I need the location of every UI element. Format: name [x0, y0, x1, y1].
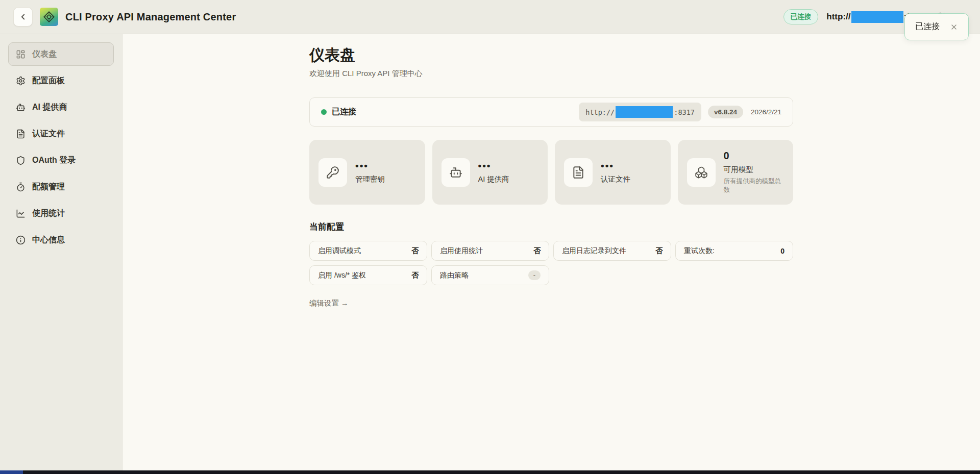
stat-card-auth-files[interactable]: ••• 认证文件 — [555, 140, 671, 205]
config-item-debug-mode: 启用调试模式 否 — [309, 241, 427, 261]
page-subtitle: 欢迎使用 CLI Proxy API 管理中心 — [309, 69, 793, 79]
bot-icon — [16, 103, 26, 112]
config-item-ws-auth: 启用 /ws/* 鉴权 否 — [309, 265, 427, 285]
chevron-left-icon — [18, 12, 28, 21]
url-prefix: http:// — [585, 108, 615, 116]
config-label: 启用 /ws/* 鉴权 — [318, 271, 366, 280]
dashboard-icon — [16, 49, 26, 59]
close-icon — [950, 23, 958, 31]
connection-status-text: 已连接 — [332, 107, 356, 117]
page-title: 仪表盘 — [309, 46, 793, 64]
sidebar-item-usage-stats[interactable]: 使用统计 — [8, 202, 114, 225]
toast-text: 已连接 — [915, 21, 940, 32]
stat-label: 可用模型 — [724, 165, 785, 174]
sidebar-item-label: 认证文件 — [32, 129, 65, 139]
config-value-pill: - — [528, 270, 541, 280]
sidebar-item-label: AI 提供商 — [32, 102, 67, 113]
connection-url-chip: http://:8317 — [579, 103, 701, 121]
stat-card-available-models[interactable]: 0 可用模型 所有提供商的模型总数 — [678, 140, 794, 205]
app-header: CLI Proxy API Management Center 已连接 http… — [0, 0, 980, 34]
back-button[interactable] — [13, 7, 33, 27]
sidebar-item-label: 中心信息 — [32, 235, 65, 245]
sidebar-item-label: 配置面板 — [32, 76, 65, 86]
config-item-routing-strategy: 路由策略 - — [431, 265, 549, 285]
stat-cards: ••• 管理密钥 ••• AI 提供商 ••• 认证文件 — [309, 140, 793, 205]
stat-value: ••• — [601, 160, 630, 171]
sidebar-item-dashboard[interactable]: 仪表盘 — [8, 42, 114, 66]
edit-settings-link[interactable]: 编辑设置 → — [309, 298, 349, 308]
connection-status-card: 已连接 http://:8317 v6.8.24 2026/2/21 — [309, 97, 793, 127]
build-date: 2026/2/21 — [751, 108, 781, 116]
url-port: :8317 — [674, 108, 695, 116]
stat-value: 0 — [724, 150, 785, 162]
file-text-icon — [564, 158, 593, 187]
timer-icon — [16, 182, 26, 192]
sidebar-item-config-panel[interactable]: 配置面板 — [8, 69, 114, 92]
config-item-log-to-file: 启用日志记录到文件 否 — [553, 241, 671, 261]
config-label: 启用日志记录到文件 — [562, 246, 626, 256]
stat-value: ••• — [478, 160, 509, 171]
config-value: 否 — [533, 246, 541, 256]
config-item-retry-count: 重试次数: 0 — [675, 241, 793, 261]
sidebar-item-quota[interactable]: 配额管理 — [8, 175, 114, 198]
sidebar-item-center-info[interactable]: 中心信息 — [8, 228, 114, 252]
stat-value: ••• — [355, 160, 385, 171]
sidebar-item-auth-files[interactable]: 认证文件 — [8, 122, 114, 145]
config-value: 否 — [655, 246, 663, 256]
config-label: 启用调试模式 — [318, 246, 361, 256]
main-content: 仪表盘 欢迎使用 CLI Proxy API 管理中心 已连接 http://:… — [122, 34, 980, 470]
stat-sublabel: 所有提供商的模型总数 — [724, 177, 785, 194]
app-title: CLI Proxy API Management Center — [65, 11, 236, 23]
toast-close-button[interactable] — [950, 23, 958, 31]
app-logo-icon — [40, 8, 58, 26]
sidebar-item-ai-providers[interactable]: AI 提供商 — [8, 95, 114, 119]
chart-line-icon — [16, 209, 26, 218]
stat-label: 管理密钥 — [355, 174, 385, 184]
sidebar-item-label: 使用统计 — [32, 208, 65, 219]
stat-label: AI 提供商 — [478, 174, 509, 184]
config-label: 启用使用统计 — [440, 246, 483, 256]
redacted-host-block — [616, 106, 673, 118]
shield-icon — [16, 156, 26, 165]
sidebar-item-label: 配额管理 — [32, 182, 65, 192]
sidebar-item-label: OAuth 登录 — [32, 155, 76, 166]
sidebar-item-label: 仪表盘 — [32, 49, 57, 60]
key-icon — [318, 158, 347, 187]
sidebar: 仪表盘 配置面板 AI 提供商 认证文件 OAuth 登录 配额管理 使用统 — [0, 34, 122, 470]
redacted-host-block — [851, 11, 903, 23]
bot-icon — [442, 158, 470, 187]
config-label: 重试次数: — [684, 246, 715, 256]
config-section-title: 当前配置 — [309, 221, 793, 233]
stat-label: 认证文件 — [601, 174, 630, 184]
connection-status-badge: 已连接 — [783, 9, 819, 24]
connected-toast: 已连接 — [904, 13, 969, 40]
config-value: 否 — [411, 271, 419, 280]
info-icon — [16, 235, 26, 245]
bottom-window-strip — [0, 470, 980, 474]
boxes-icon — [687, 158, 716, 187]
stat-card-api-keys[interactable]: ••• 管理密钥 — [309, 140, 425, 205]
config-label: 路由策略 — [440, 271, 469, 280]
sidebar-item-oauth-login[interactable]: OAuth 登录 — [8, 148, 114, 172]
status-dot-icon — [321, 109, 327, 115]
version-badge: v6.8.24 — [708, 106, 743, 118]
config-item-usage-stats: 启用使用统计 否 — [431, 241, 549, 261]
config-value: 0 — [780, 247, 785, 255]
config-grid: 启用调试模式 否 启用使用统计 否 启用日志记录到文件 否 重试次数: 0 启用… — [309, 241, 793, 285]
gear-icon — [16, 76, 26, 86]
config-value: 否 — [411, 246, 419, 256]
bottom-corner-indicator — [0, 470, 23, 474]
file-text-icon — [16, 129, 26, 139]
stat-card-ai-providers[interactable]: ••• AI 提供商 — [432, 140, 548, 205]
url-prefix: http:// — [826, 12, 850, 22]
